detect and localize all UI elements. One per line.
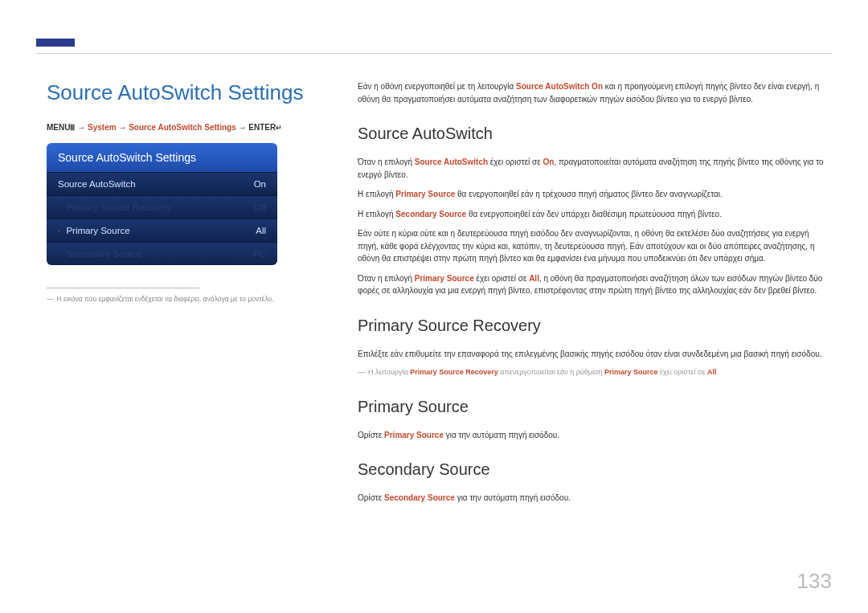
osd-menu-row[interactable]: · Secondary SourcePC <box>47 242 277 265</box>
osd-row-value: PC <box>253 249 266 259</box>
header-accent <box>36 39 75 47</box>
osd-row-label: Source AutoSwitch <box>58 179 136 189</box>
osd-row-label: · Primary Source <box>58 226 130 235</box>
body-text: Όταν η επιλογή Primary Source έχει οριστ… <box>358 272 824 297</box>
heading-source-autoswitch: Source AutoSwitch <box>358 121 824 146</box>
bullet-icon: · <box>58 249 63 259</box>
note-text: ―Η λειτουργία Primary Source Recovery απ… <box>358 367 824 378</box>
arrow-icon: → <box>118 123 126 132</box>
osd-row-label: · Primary Source Recovery <box>58 202 171 212</box>
heading-secondary-source: Secondary Source <box>358 457 824 482</box>
right-column: Εάν η οθόνη ενεργοποιηθεί με τη λειτουργ… <box>358 80 824 512</box>
footnote-rule <box>47 288 199 288</box>
osd-menu-panel: Source AutoSwitch Settings Source AutoSw… <box>47 143 277 265</box>
osd-row-label: · Secondary Source <box>58 249 142 259</box>
menu-icon: Ⅲ <box>70 124 75 132</box>
heading-primary-source-recovery: Primary Source Recovery <box>358 313 824 338</box>
osd-row-value: All <box>256 226 266 235</box>
breadcrumb: MENUⅢ → System → Source AutoSwitch Setti… <box>47 123 316 132</box>
body-text: Η επιλογή Secondary Source θα ενεργοποιη… <box>358 208 824 221</box>
osd-menu-title: Source AutoSwitch Settings <box>47 143 277 172</box>
enter-icon: ↵ <box>276 124 282 132</box>
breadcrumb-menu: MENU <box>47 123 70 132</box>
image-disclaimer: ―Η εικόνα που εμφανίζεται ενδέχεται να δ… <box>47 295 316 303</box>
left-column: Source AutoSwitch Settings MENUⅢ → Syste… <box>47 80 316 303</box>
body-text: Όταν η επιλογή Source AutoSwitch έχει ορ… <box>358 156 824 181</box>
heading-primary-source: Primary Source <box>358 394 824 419</box>
body-text: Εάν ούτε η κύρια ούτε και η δευτερεύουσα… <box>358 227 824 265</box>
breadcrumb-enter: ENTER <box>248 123 276 132</box>
arrow-icon: → <box>238 123 246 132</box>
bullet-icon: · <box>58 226 63 235</box>
breadcrumb-settings: Source AutoSwitch Settings <box>129 123 236 132</box>
osd-menu-row[interactable]: · Primary SourceAll <box>47 219 277 242</box>
body-text: Ορίστε Secondary Source για την αυτόματη… <box>358 492 824 505</box>
body-text: Ορίστε Primary Source για την αυτόματη π… <box>358 429 824 442</box>
osd-row-value: On <box>254 179 266 189</box>
intro-paragraph: Εάν η οθόνη ενεργοποιηθεί με τη λειτουργ… <box>358 80 824 105</box>
header-rule <box>36 53 832 54</box>
body-text: Η επιλογή Primary Source θα ενεργοποιηθε… <box>358 188 824 201</box>
osd-row-value: Off <box>254 202 266 212</box>
body-text: Επιλέξτε εάν επιθυμείτε την επαναφορά τη… <box>358 348 824 361</box>
bullet-icon: · <box>58 202 63 212</box>
dash-icon: ― <box>47 295 54 303</box>
osd-menu-row[interactable]: Source AutoSwitchOn <box>47 172 277 195</box>
page-title: Source AutoSwitch Settings <box>47 80 316 105</box>
dash-icon: ― <box>358 368 365 376</box>
breadcrumb-system: System <box>88 123 117 132</box>
arrow-icon: → <box>77 123 85 132</box>
osd-menu-row[interactable]: · Primary Source RecoveryOff <box>47 195 277 219</box>
page-header-bar <box>36 39 832 55</box>
page-number: 133 <box>797 569 832 594</box>
